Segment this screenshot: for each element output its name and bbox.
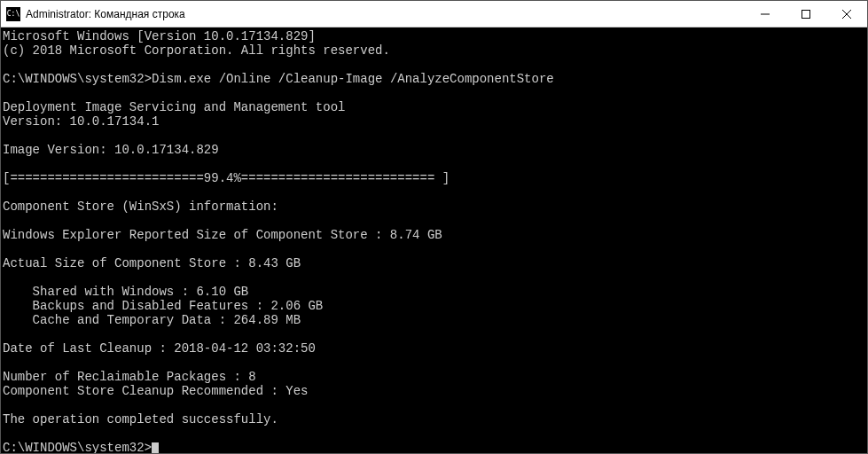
prompt-path-1: C:\WINDOWS\system32> — [3, 72, 152, 86]
minimize-button[interactable] — [745, 1, 786, 27]
progress-bar: [==========================99.4%========… — [3, 171, 865, 185]
reclaimable-packages: Number of Reclaimable Packages : 8 — [3, 370, 865, 384]
cmd-icon: C:\ — [6, 7, 20, 21]
minimize-icon — [761, 10, 770, 19]
maximize-button[interactable] — [786, 1, 826, 27]
banner-copyright: (c) 2018 Microsoft Corporation. All righ… — [3, 43, 865, 58]
cleanup-recommended: Component Store Cleanup Recommended : Ye… — [3, 384, 865, 398]
svg-rect-1 — [802, 10, 810, 18]
prompt-line-1: C:\WINDOWS\system32>Dism.exe /Online /Cl… — [3, 72, 865, 86]
dism-header: Deployment Image Servicing and Managemen… — [3, 100, 865, 114]
image-version: Image Version: 10.0.17134.829 — [3, 143, 865, 157]
reported-size: Windows Explorer Reported Size of Compon… — [3, 228, 865, 242]
command-text: Dism.exe /Online /Cleanup-Image /Analyze… — [152, 72, 554, 86]
close-icon — [842, 10, 851, 19]
window-title: Administrator: Командная строка — [26, 8, 745, 20]
actual-size: Actual Size of Component Store : 8.43 GB — [3, 256, 865, 270]
blank-line — [3, 157, 865, 171]
blank-line — [3, 398, 865, 412]
blank-line — [3, 214, 865, 228]
blank-line — [3, 242, 865, 256]
dism-version: Version: 10.0.17134.1 — [3, 114, 865, 129]
cmd-icon-label: C:\ — [7, 11, 20, 18]
operation-success: The operation completed successfully. — [3, 412, 865, 427]
last-cleanup: Date of Last Cleanup : 2018-04-12 03:32:… — [3, 341, 865, 356]
close-button[interactable] — [826, 1, 867, 27]
window-controls — [745, 1, 867, 27]
cursor — [152, 442, 159, 453]
cache-size: Cache and Temporary Data : 264.89 MB — [3, 313, 865, 327]
command-prompt-window: C:\ Administrator: Командная строка Micr… — [0, 0, 868, 454]
titlebar[interactable]: C:\ Administrator: Командная строка — [1, 1, 867, 27]
maximize-icon — [802, 10, 810, 19]
blank-line — [3, 129, 865, 143]
prompt-line-2: C:\WINDOWS\system32> — [3, 441, 865, 453]
terminal-output[interactable]: Microsoft Windows [Version 10.0.17134.82… — [1, 27, 867, 453]
blank-line — [3, 185, 865, 200]
blank-line — [3, 86, 865, 100]
banner-version: Microsoft Windows [Version 10.0.17134.82… — [3, 29, 865, 43]
blank-line — [3, 58, 865, 72]
shared-size: Shared with Windows : 6.10 GB — [3, 285, 865, 299]
blank-line — [3, 327, 865, 341]
blank-line — [3, 427, 865, 441]
prompt-path-2: C:\WINDOWS\system32> — [3, 441, 152, 453]
section-header: Component Store (WinSxS) information: — [3, 200, 865, 214]
blank-line — [3, 270, 865, 285]
backups-size: Backups and Disabled Features : 2.06 GB — [3, 299, 865, 313]
blank-line — [3, 356, 865, 370]
